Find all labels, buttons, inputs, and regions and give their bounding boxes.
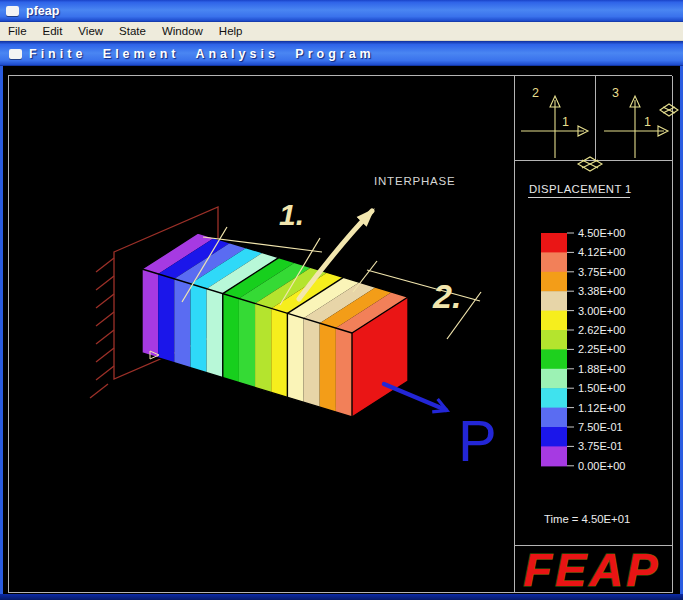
menu-item-window[interactable]: Window — [154, 22, 211, 40]
graphics-canvas — [0, 66, 683, 594]
window-title: pfeap — [26, 4, 59, 18]
menu-item-help[interactable]: Help — [211, 22, 251, 40]
window-left-border — [0, 66, 3, 594]
menu-item-file[interactable]: File — [0, 22, 35, 40]
window-icon — [6, 6, 19, 16]
title-bar: pfeap — [0, 0, 683, 22]
inner-title-bar: Finite Element Analysis Program — [0, 41, 683, 66]
inner-window-title: Finite Element Analysis Program — [29, 47, 375, 61]
menu-bar: FileEditViewStateWindowHelp — [0, 22, 683, 41]
menu-item-edit[interactable]: Edit — [35, 22, 71, 40]
menu-item-state[interactable]: State — [111, 22, 154, 40]
inner-window-icon — [9, 49, 22, 59]
window-bottom-border — [0, 594, 683, 600]
menu-item-view[interactable]: View — [70, 22, 111, 40]
